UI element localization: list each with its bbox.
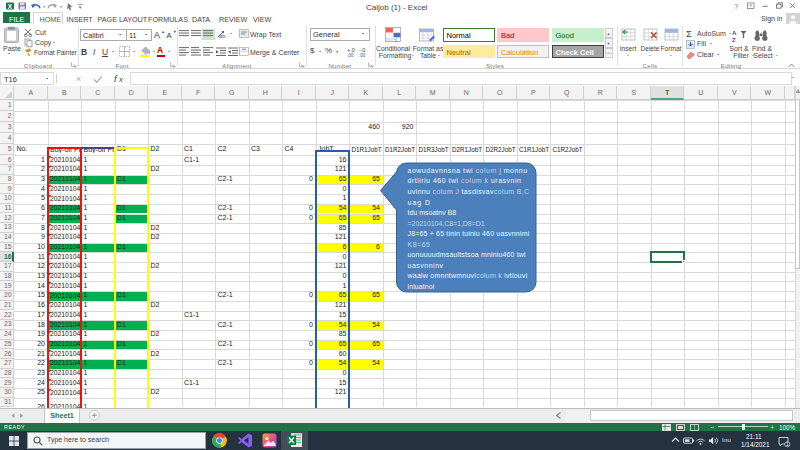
svg-text:X: X [8, 3, 13, 10]
svg-text:ab: ab [219, 33, 226, 39]
svg-text:≤: ≤ [394, 36, 398, 44]
svg-text:.00: .00 [359, 53, 366, 58]
svg-text:Z: Z [732, 36, 736, 42]
svg-text:?: ? [734, 2, 738, 11]
svg-text:1: 1 [786, 441, 789, 447]
svg-text:A: A [732, 29, 737, 35]
svg-text:.00: .00 [347, 53, 354, 58]
